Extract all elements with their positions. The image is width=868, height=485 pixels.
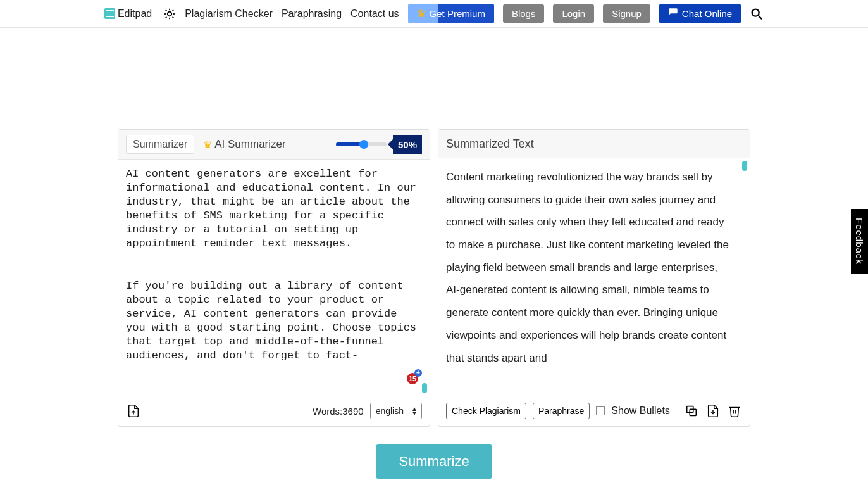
words-label: Words: bbox=[313, 406, 342, 417]
output-footer: Check Plagiarism Paraphrase Show Bullets bbox=[438, 396, 750, 426]
svg-line-8 bbox=[173, 9, 174, 11]
premium-label: Get Premium bbox=[430, 8, 485, 19]
input-panel-header: Summarizer ♛ AI Summarizer 50% bbox=[118, 130, 430, 160]
tab-summarizer[interactable]: Summarizer bbox=[126, 135, 194, 154]
language-select[interactable]: english ▲▼ bbox=[370, 403, 422, 419]
slider-value: 50% bbox=[393, 135, 422, 154]
input-area[interactable]: AI content generators are excellent for … bbox=[118, 160, 430, 396]
scrollbar-thumb[interactable] bbox=[422, 383, 427, 393]
output-panel: Summarized Text Content marketing revolu… bbox=[438, 129, 750, 427]
panels: Summarizer ♛ AI Summarizer 50% AI conten… bbox=[118, 129, 750, 427]
select-divider bbox=[406, 405, 406, 417]
chat-online-button[interactable]: Chat Online bbox=[659, 4, 741, 23]
notepad-icon bbox=[104, 8, 115, 19]
crown-icon: ♛ bbox=[417, 8, 426, 20]
output-title: Summarized Text bbox=[446, 137, 534, 151]
scrollbar-thumb[interactable] bbox=[742, 161, 747, 171]
slider-fill bbox=[336, 142, 361, 146]
feedback-tab[interactable]: Feedback bbox=[851, 209, 868, 274]
nav-contact-us[interactable]: Contact us bbox=[350, 8, 399, 20]
svg-line-10 bbox=[759, 15, 762, 19]
paraphrase-button[interactable]: Paraphrase bbox=[533, 403, 590, 419]
summarize-button[interactable]: Summarize bbox=[376, 444, 492, 479]
check-plagiarism-button[interactable]: Check Plagiarism bbox=[446, 403, 526, 419]
header: Editpad Plagiarism Checker Paraphrasing … bbox=[0, 0, 868, 28]
output-panel-header: Summarized Text bbox=[438, 130, 750, 158]
output-text: Content marketing revolutionized the way… bbox=[446, 166, 738, 388]
theme-toggle-icon[interactable] bbox=[163, 8, 176, 20]
show-bullets-label: Show Bullets bbox=[611, 405, 670, 417]
select-arrows-icon: ▲▼ bbox=[411, 406, 418, 415]
summary-length-slider[interactable]: 50% bbox=[336, 135, 422, 154]
brand-logo[interactable]: Editpad bbox=[104, 8, 152, 20]
input-footer: Words:3690 english ▲▼ bbox=[118, 396, 430, 426]
svg-point-9 bbox=[752, 9, 759, 16]
slider-track[interactable] bbox=[336, 142, 387, 146]
get-premium-button[interactable]: ♛ Get Premium bbox=[408, 4, 494, 23]
login-button[interactable]: Login bbox=[553, 4, 594, 23]
delete-icon[interactable] bbox=[727, 403, 742, 419]
signup-button[interactable]: Signup bbox=[603, 4, 650, 23]
svg-point-0 bbox=[168, 11, 172, 16]
show-bullets-checkbox[interactable] bbox=[596, 406, 605, 415]
nav-paraphrasing[interactable]: Paraphrasing bbox=[282, 8, 342, 20]
tab-ai-label: AI Summarizer bbox=[214, 138, 285, 151]
svg-line-7 bbox=[166, 16, 167, 18]
main: Summarizer ♛ AI Summarizer 50% AI conten… bbox=[118, 129, 750, 479]
chat-label: Chat Online bbox=[682, 8, 732, 19]
upload-icon[interactable] bbox=[126, 403, 141, 419]
svg-line-5 bbox=[166, 9, 167, 11]
input-panel: Summarizer ♛ AI Summarizer 50% AI conten… bbox=[118, 129, 430, 427]
words-value: 3690 bbox=[342, 406, 363, 417]
crown-icon: ♛ bbox=[203, 139, 212, 151]
word-count: Words:3690 bbox=[313, 406, 364, 417]
svg-line-6 bbox=[173, 16, 174, 18]
tab-ai-summarizer[interactable]: ♛ AI Summarizer bbox=[203, 138, 285, 151]
copy-icon[interactable] bbox=[684, 403, 699, 419]
language-value: english bbox=[376, 406, 404, 416]
blogs-button[interactable]: Blogs bbox=[503, 4, 545, 23]
nav-plagiarism-checker[interactable]: Plagiarism Checker bbox=[185, 8, 273, 20]
output-area: Content marketing revolutionized the way… bbox=[438, 158, 750, 396]
input-text[interactable]: AI content generators are excellent for … bbox=[126, 167, 418, 388]
chat-icon bbox=[668, 8, 678, 20]
download-icon[interactable] bbox=[705, 403, 721, 419]
notification-badge[interactable]: 15 bbox=[406, 372, 419, 386]
brand-name: Editpad bbox=[118, 8, 152, 20]
search-icon[interactable] bbox=[750, 7, 764, 21]
slider-thumb[interactable] bbox=[359, 140, 368, 149]
